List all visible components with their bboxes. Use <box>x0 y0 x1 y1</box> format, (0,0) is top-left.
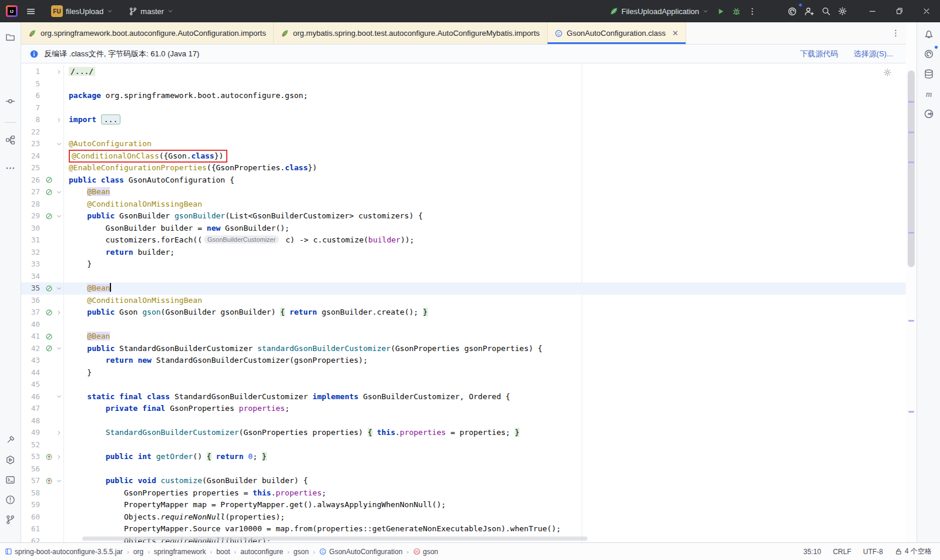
bean-gutter-icon[interactable] <box>43 210 54 222</box>
main-menu-button[interactable] <box>22 4 39 19</box>
status-widget[interactable]: 35:10 <box>804 548 821 556</box>
scrollbar-stripe[interactable] <box>906 22 916 542</box>
more-actions-button[interactable] <box>744 5 760 18</box>
run-button[interactable] <box>713 5 728 18</box>
status-widget[interactable]: CRLF <box>833 548 851 556</box>
code-line: 60 Objects.requireNonNull(properties); <box>21 511 906 524</box>
tab-options-button[interactable] <box>885 22 906 44</box>
stripe-mark[interactable] <box>908 411 914 413</box>
red-annotation-box: @ConditionalOnClass({Gson.class}) <box>69 150 227 163</box>
editor-tab[interactable]: CGsonAutoConfiguration.class✕ <box>548 22 686 44</box>
breadcrumb-item[interactable]: boot <box>216 548 230 556</box>
ai-assistant-button[interactable] <box>784 4 801 19</box>
bean-gutter-icon[interactable] <box>43 343 54 355</box>
fold-chevron-down-icon[interactable] <box>54 475 63 487</box>
stripe-mark[interactable] <box>908 101 914 103</box>
vcs-branch-widget[interactable]: master <box>125 5 177 18</box>
tool-strip-problems-button[interactable] <box>3 492 18 507</box>
line-number: 45 <box>21 379 43 391</box>
tab-close-icon[interactable]: ✕ <box>672 29 679 37</box>
project-widget[interactable]: FU filesUpload <box>48 3 117 19</box>
tool-strip-maven-button[interactable]: m <box>921 86 936 102</box>
bean-gutter-icon[interactable] <box>43 174 54 187</box>
fold-chevron-down-icon[interactable] <box>54 210 63 222</box>
fold-chevron-down-icon[interactable] <box>54 343 63 355</box>
breadcrumb-label: autoconfigure <box>240 548 283 556</box>
tool-strip-endpoints-button[interactable] <box>921 106 936 122</box>
tool-strip-terminal-button[interactable] <box>3 472 18 487</box>
stripe-mark[interactable] <box>908 131 914 133</box>
horizontal-scrollbar[interactable] <box>82 537 588 541</box>
bean-gutter-icon[interactable] <box>43 186 54 198</box>
commit-icon <box>5 96 15 106</box>
stripe-mark[interactable] <box>908 161 914 163</box>
status-widget[interactable]: UTF-8 <box>863 548 883 556</box>
fold-chevron-down-icon[interactable] <box>54 186 63 198</box>
breadcrumb-item[interactable]: autoconfigure <box>240 548 283 556</box>
code-text: @EnableConfigurationProperties({GsonProp… <box>63 162 906 174</box>
line-number: 48 <box>21 415 43 427</box>
fold-chevron-right-icon[interactable] <box>54 66 63 78</box>
close-button[interactable] <box>913 0 940 22</box>
tool-strip-services-button[interactable] <box>3 452 18 467</box>
choose-sources-link[interactable]: 选择源(S)... <box>854 49 893 59</box>
breadcrumb-item[interactable]: gson <box>294 548 309 556</box>
status-widget[interactable]: 4 个空格 <box>895 546 932 556</box>
code-line: 57 public void customize(GsonBuilder bui… <box>21 475 906 487</box>
scrollbar-thumb[interactable] <box>908 70 915 267</box>
breadcrumb-item[interactable]: org <box>133 548 143 556</box>
play-icon <box>716 7 725 16</box>
gutter-space <box>54 499 63 511</box>
code-line: 30 GsonBuilder builder = new GsonBuilder… <box>21 222 906 235</box>
breadcrumb-item[interactable]: springframework <box>154 548 206 556</box>
services-icon <box>5 455 15 465</box>
tab-label: GsonAutoConfiguration.class <box>567 29 666 38</box>
bean-gutter-icon[interactable] <box>43 330 54 343</box>
fold-chevron-down-icon[interactable] <box>54 391 63 403</box>
fold-chevron-right-icon[interactable] <box>54 427 63 439</box>
code-text: import ... <box>63 114 906 126</box>
tool-strip-database-button[interactable] <box>921 66 936 82</box>
editor-tab[interactable]: org.springframework.boot.autoconfigure.A… <box>21 22 274 44</box>
minimize-button[interactable] <box>859 0 886 22</box>
tool-strip-ai-assistant-button[interactable] <box>921 46 936 62</box>
code-with-me-button[interactable] <box>801 4 818 19</box>
code-text: public StandardGsonBuilderCustomizer sta… <box>63 343 906 355</box>
line-number: 57 <box>21 475 43 487</box>
spring-imports-icon <box>28 29 36 38</box>
chevron-down-icon <box>167 8 174 15</box>
code-line: 33 } <box>21 258 906 271</box>
tool-strip-more-button[interactable] <box>3 160 18 176</box>
debug-button[interactable] <box>728 5 744 18</box>
bean-gutter-icon[interactable] <box>43 306 54 319</box>
settings-button[interactable] <box>834 4 851 18</box>
code-editor[interactable]: 1/.../56package org.springframework.boot… <box>21 63 906 542</box>
stripe-mark[interactable] <box>908 320 914 322</box>
tool-strip-hammer-button[interactable] <box>3 432 18 447</box>
fold-chevron-right-icon[interactable] <box>54 114 63 126</box>
breadcrumb-item[interactable]: CGsonAutoConfiguration <box>319 548 402 556</box>
bean-gutter-icon[interactable] <box>43 282 54 295</box>
fold-chevron-right-icon[interactable] <box>54 451 63 463</box>
tool-strip-structure-button[interactable] <box>3 132 18 147</box>
tool-strip-bell-button[interactable] <box>921 26 936 42</box>
stripe-mark[interactable] <box>908 232 914 234</box>
tool-strip-git-branch-button[interactable] <box>3 512 18 527</box>
gutter-space <box>54 78 63 90</box>
breadcrumb-item[interactable]: spring-boot-autoconfigure-3.5.5.jar <box>5 548 123 556</box>
tool-strip-folder-button[interactable] <box>3 29 18 45</box>
override-gutter-icon[interactable] <box>43 451 54 463</box>
download-sources-link[interactable]: 下载源代码 <box>800 49 838 59</box>
editor-tab[interactable]: org.mybatis.spring.boot.test.autoconfigu… <box>274 22 548 44</box>
tool-strip-commit-button[interactable] <box>3 93 18 109</box>
run-configuration-widget[interactable]: FilesUploadApplication <box>606 4 713 18</box>
editor-settings-gear-icon[interactable] <box>883 68 892 77</box>
line-number: 59 <box>21 499 43 511</box>
fold-chevron-right-icon[interactable] <box>54 306 63 319</box>
fold-chevron-down-icon[interactable] <box>54 138 63 150</box>
fold-chevron-down-icon[interactable] <box>54 282 63 295</box>
breadcrumb-item[interactable]: mgson <box>413 548 438 556</box>
search-everywhere-button[interactable] <box>818 4 834 18</box>
override-gutter-icon[interactable] <box>43 475 54 487</box>
restore-button[interactable] <box>886 0 913 22</box>
